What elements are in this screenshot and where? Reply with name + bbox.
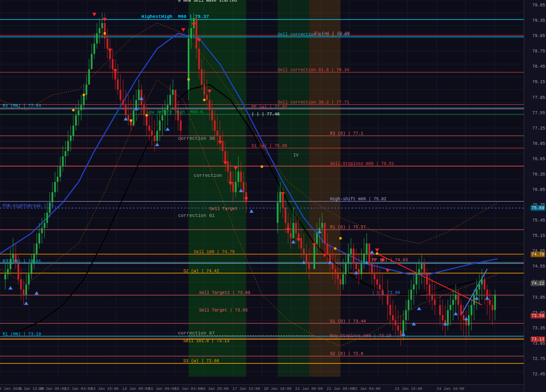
price-axis: 79.6579.3579.0578.7578.4578.1577.8577.55… <box>524 0 546 392</box>
time-axis: 8 Jan 20259 Jan 13:0010 Jan 08:0013 Jan … <box>0 384 524 392</box>
chart-container: 79.6579.3579.0578.7578.4578.1577.8577.55… <box>0 0 546 392</box>
chart-canvas <box>0 0 524 384</box>
